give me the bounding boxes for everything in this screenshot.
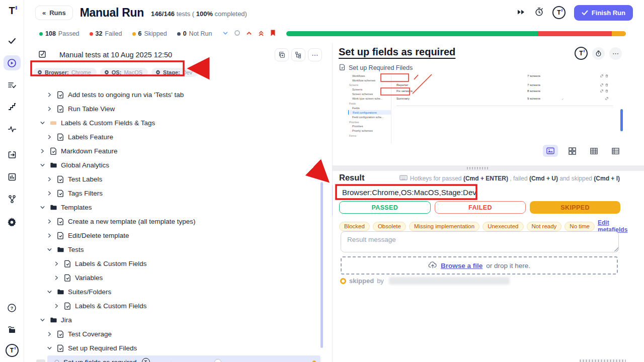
tree-item[interactable]: Edit/Delete template [24, 228, 332, 242]
finish-run-button[interactable]: Finish Run [574, 5, 633, 21]
tree-item[interactable]: Create a new template (all template type… [24, 214, 332, 228]
chevron-down-icon[interactable] [39, 120, 46, 126]
chevron-right-icon[interactable] [46, 134, 53, 140]
tree-item[interactable]: Set up fields as requiredT [24, 355, 332, 362]
tree-scrollbar[interactable] [320, 182, 323, 348]
tests-icon[interactable] [4, 33, 21, 48]
chevron-right-icon[interactable] [46, 106, 53, 112]
tree-item[interactable]: Set up Required Fileds [24, 341, 332, 355]
jump-top-icon[interactable] [258, 30, 265, 38]
test-title[interactable]: Set up fields as required [339, 46, 455, 58]
tree-item[interactable]: Jira [24, 313, 332, 327]
jump-up-icon[interactable] [246, 30, 253, 38]
failed-button[interactable]: FAILED [435, 201, 526, 214]
tree-item[interactable]: Labels & Custom Fields & Tags [24, 116, 332, 130]
plans-icon[interactable] [4, 77, 21, 93]
import-icon[interactable] [4, 147, 21, 162]
settings-gear-icon[interactable] [4, 214, 21, 229]
circle-marker-icon[interactable] [234, 30, 240, 38]
tree-item[interactable]: Run Table View [24, 102, 332, 116]
meta-tag-missing-implementation[interactable]: Missing implementation [409, 222, 479, 231]
textarea-resize-handle[interactable] [614, 247, 618, 251]
chevron-right-icon[interactable] [46, 219, 53, 224]
stat-failed[interactable]: 32Failed [90, 30, 122, 37]
back-runs-button[interactable]: «Runs [35, 6, 73, 20]
meta-tag-obsolete[interactable]: Obsolete [373, 222, 406, 231]
chevron-down-icon[interactable] [39, 317, 46, 323]
fast-forward-icon[interactable] [517, 9, 526, 17]
runs-icon[interactable] [4, 55, 21, 70]
stat-passed[interactable]: 108Passed [39, 30, 79, 37]
user-avatar[interactable]: T [6, 344, 19, 357]
more-options-button[interactable]: ⋯ [308, 48, 322, 61]
chevron-right-icon[interactable] [46, 176, 53, 182]
chevron-down-icon[interactable] [39, 205, 46, 210]
list-view-icon[interactable] [608, 145, 623, 157]
tree-item[interactable]: Test Labels [24, 172, 332, 186]
tree-item[interactable]: Variables [24, 270, 332, 285]
drag-handle-icon[interactable] [467, 167, 489, 169]
image-view-icon[interactable] [543, 145, 558, 157]
skipped-button[interactable]: SKIPPED [530, 201, 620, 214]
tree-item[interactable]: Markdown Feature [24, 144, 332, 158]
grid-view-icon[interactable] [565, 145, 580, 157]
bookmark-icon[interactable] [270, 29, 276, 38]
chevron-right-icon[interactable] [46, 191, 53, 196]
meta-tag-not-ready[interactable]: Not ready [527, 222, 562, 231]
steps-icon[interactable] [4, 100, 21, 115]
browse-file-link[interactable]: Browse a file [441, 262, 482, 269]
branch-icon[interactable] [4, 192, 21, 207]
table-view-icon[interactable] [586, 145, 601, 157]
tree-item[interactable]: Labels & Custom Fields [24, 299, 332, 313]
assignee-avatar[interactable]: T [575, 47, 588, 60]
tree-item[interactable]: Labels Feature [24, 130, 332, 144]
meta-tag-unexecuted[interactable]: Unexecuted [482, 222, 523, 231]
tree-item[interactable]: Suites/Folders [24, 285, 332, 299]
tree-item[interactable]: Global Analytics [24, 158, 332, 172]
tree-item[interactable]: Tags Filters [24, 186, 332, 200]
chevron-right-icon[interactable] [53, 261, 60, 266]
chevron-right-icon[interactable] [53, 303, 60, 309]
suite-breadcrumb[interactable]: Set up Required Fileds [349, 64, 413, 71]
tree-item[interactable]: Labels & Custom Fields [24, 256, 332, 270]
user-avatar[interactable]: T [552, 6, 566, 19]
test-circle-icon[interactable] [53, 359, 60, 362]
chevron-right-icon[interactable] [53, 275, 60, 281]
tree-view-button[interactable] [291, 48, 305, 61]
config-tag-os[interactable]: OS:MacOS [100, 68, 148, 77]
chevron-right-icon[interactable] [46, 331, 53, 337]
meta-tag-no-time[interactable]: No time [565, 222, 595, 231]
tree-item[interactable]: Test Coverage [24, 327, 332, 341]
copy-add-button[interactable] [275, 48, 289, 61]
attachment-preview[interactable]: WorkflowsWorkflow schemesScreensScreensS… [339, 72, 621, 145]
timer-icon[interactable] [534, 7, 544, 18]
analytics-icon[interactable] [4, 169, 21, 185]
attachment-scrollbar[interactable] [620, 109, 623, 131]
app-logo[interactable]: T [9, 5, 15, 17]
resize-divider[interactable] [333, 165, 644, 171]
more-options-button[interactable]: ⋯ [609, 47, 622, 60]
chevron-right-icon[interactable] [46, 233, 53, 238]
passed-button[interactable]: PASSED [339, 201, 431, 214]
projects-icon[interactable] [4, 322, 21, 337]
chevron-down-icon[interactable] [39, 162, 46, 168]
help-icon[interactable]: ? [4, 300, 21, 315]
stat-not-run[interactable]: 0Not Run [177, 30, 212, 37]
tree-item[interactable]: Add tests to ongoing run via 'Tests' tab [24, 87, 332, 102]
chevron-down-icon[interactable] [46, 289, 53, 295]
config-tag-browser[interactable]: Browser:Chrome [33, 68, 97, 77]
chevron-down-icon[interactable] [46, 345, 53, 351]
stat-skipped[interactable]: 6Skipped [132, 30, 167, 37]
collapse-chevron-down-icon[interactable] [222, 30, 229, 38]
tree-item[interactable]: Tests [24, 242, 332, 256]
stopwatch-button[interactable] [592, 47, 605, 60]
chevron-right-icon[interactable] [46, 92, 53, 98]
meta-tag-blocked[interactable]: Blocked [339, 222, 370, 231]
config-tag-stage[interactable]: Stage:Dev [151, 68, 198, 77]
tree-item[interactable]: Templates [24, 200, 332, 214]
activity-icon[interactable] [4, 122, 21, 137]
result-value-input[interactable]: Browser:Chrome,OS:MacOS,Stage:Dev [338, 186, 476, 199]
chevron-right-icon[interactable] [39, 148, 46, 154]
file-upload-dropzone[interactable]: Browse a file or drop it here. [341, 256, 618, 275]
result-message-input[interactable] [341, 231, 619, 252]
